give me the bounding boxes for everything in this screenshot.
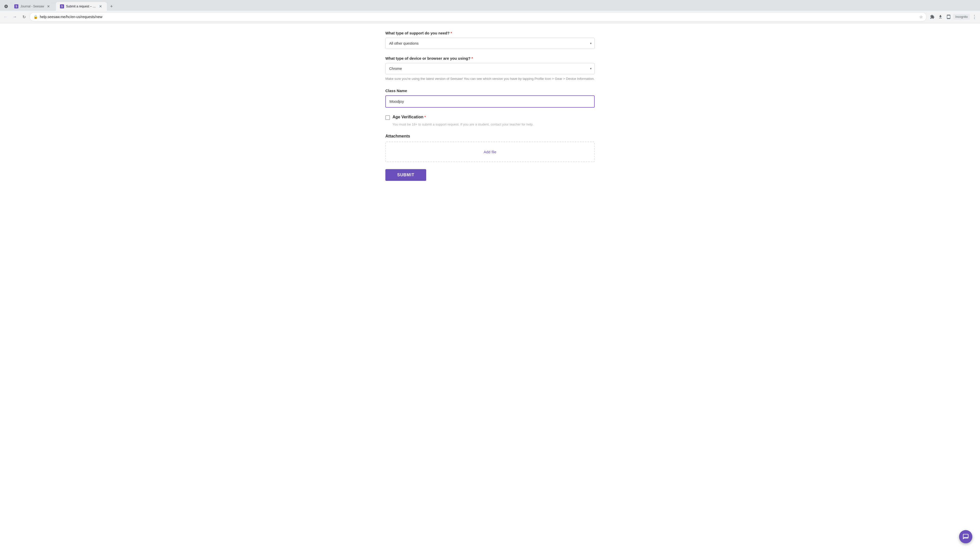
menu-button[interactable]: ⋮ — [971, 13, 978, 21]
address-text: help.seesaw.me/hc/en-us/requests/new — [40, 15, 917, 19]
tab-account-button[interactable] — [3, 3, 9, 10]
support-type-select-wrapper: All other questions Technical Issue Bill… — [385, 38, 595, 49]
age-verification-helper: You must be 18+ to submit a support requ… — [393, 122, 595, 127]
tab1-favicon: S — [14, 4, 18, 8]
age-verification-required-star: * — [425, 115, 426, 119]
support-type-label: What type of support do you need? * — [385, 31, 595, 35]
bookmark-icon[interactable]: ☆ — [919, 14, 923, 19]
support-type-select[interactable]: All other questions Technical Issue Bill… — [385, 38, 595, 49]
tab2-label: Submit a request – Seesaw Hel… — [66, 5, 96, 8]
class-name-input[interactable] — [385, 95, 595, 108]
address-bar-row: ← → ↻ 🔒 help.seesaw.me/hc/en-us/requests… — [0, 11, 980, 23]
device-browser-section: What type of device or browser are you u… — [385, 56, 595, 81]
device-browser-helper: Make sure you're using the latest versio… — [385, 76, 595, 81]
forward-button[interactable]: → — [11, 13, 18, 21]
support-type-section: What type of support do you need? * All … — [385, 31, 595, 49]
extensions-button[interactable] — [929, 13, 936, 21]
submit-button[interactable]: SUBMIT — [385, 169, 426, 181]
device-browser-label: What type of device or browser are you u… — [385, 56, 595, 60]
address-bar[interactable]: 🔒 help.seesaw.me/hc/en-us/requests/new ☆ — [30, 12, 927, 21]
tab1-label: Journal - Seesaw — [21, 5, 44, 8]
tab-bar: S Journal - Seesaw ✕ S Submit a request … — [0, 0, 980, 11]
age-verification-section: Age Verification * You must be 18+ to su… — [385, 115, 595, 127]
attachments-label: Attachments — [385, 134, 595, 138]
page-content: What type of support do you need? * All … — [375, 23, 605, 196]
back-button[interactable]: ← — [2, 13, 9, 21]
browser-chrome: S Journal - Seesaw ✕ S Submit a request … — [0, 0, 980, 23]
incognito-label: Incognito — [953, 14, 970, 20]
download-button[interactable] — [937, 13, 944, 21]
attachments-drop-area[interactable]: Add file — [385, 141, 595, 162]
tab2-favicon: S — [60, 4, 64, 8]
new-tab-button[interactable]: + — [108, 3, 115, 10]
attachments-section: Attachments Add file — [385, 134, 595, 162]
tablet-mode-button[interactable] — [945, 13, 952, 21]
toolbar-icons: Incognito ⋮ — [929, 13, 978, 21]
support-type-required-star: * — [451, 31, 452, 35]
class-name-label: Class Name — [385, 89, 595, 93]
tab-journal-seesaw[interactable]: S Journal - Seesaw ✕ — [10, 2, 55, 11]
class-name-section: Class Name — [385, 89, 595, 108]
tab-submit-request[interactable]: S Submit a request – Seesaw Hel… ✕ — [56, 2, 107, 11]
age-verification-label: Age Verification * — [393, 115, 426, 119]
device-browser-select-wrapper: Chrome Safari Firefox Edge iPad iPhone A… — [385, 63, 595, 74]
add-file-link[interactable]: Add file — [484, 150, 496, 154]
age-verification-checkbox-row: Age Verification * — [385, 115, 595, 120]
device-browser-select[interactable]: Chrome Safari Firefox Edge iPad iPhone A… — [385, 63, 595, 74]
age-verification-checkbox[interactable] — [385, 115, 390, 120]
tab1-close-button[interactable]: ✕ — [46, 4, 51, 9]
lock-icon: 🔒 — [33, 15, 38, 19]
refresh-button[interactable]: ↻ — [21, 13, 27, 21]
tab2-close-button[interactable]: ✕ — [98, 4, 103, 9]
device-browser-required-star: * — [471, 56, 473, 60]
